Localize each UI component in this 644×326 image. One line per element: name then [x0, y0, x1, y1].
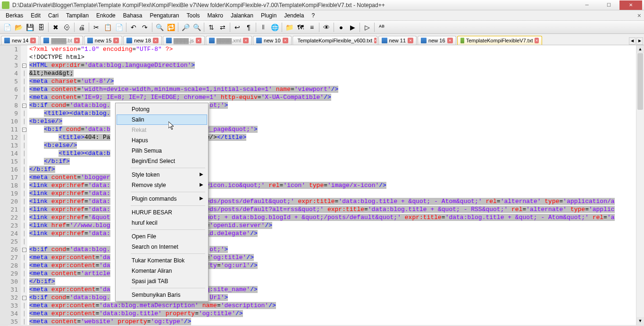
- close-button[interactable]: ✕: [619, 0, 642, 10]
- menu-berkas[interactable]: Berkas: [2, 11, 27, 20]
- tab-close-icon[interactable]: ×: [374, 38, 376, 43]
- tab[interactable]: new 11×: [378, 36, 417, 45]
- zoom-in-button[interactable]: 🔎: [180, 22, 191, 33]
- ctx-potong[interactable]: Potong: [117, 104, 207, 114]
- spell-check-button[interactable]: ᴬᴮ: [376, 22, 387, 33]
- redo-button[interactable]: ↷: [140, 22, 150, 33]
- code-line[interactable]: <!DOCTYPE html>: [27, 53, 636, 61]
- ctx-huruf-kecil[interactable]: huruf kecil: [117, 218, 207, 228]
- maximize-button[interactable]: ☐: [598, 0, 619, 10]
- code-line[interactable]: <?xml version="1.0" encoding="UTF-8" ?>: [27, 45, 636, 53]
- ctx-remove-style[interactable]: Remove style▶: [117, 180, 207, 190]
- menu-makro[interactable]: Makro: [204, 11, 227, 20]
- code-line[interactable]: &lt;head&gt;: [27, 69, 636, 77]
- save-all-button[interactable]: 🗄: [36, 22, 46, 33]
- sync-v-button[interactable]: ⇅: [206, 22, 217, 33]
- code-line[interactable]: <meta expr:content='data:blog.metaDescri…: [27, 302, 636, 310]
- menu-bahasa[interactable]: Bahasa: [119, 11, 146, 20]
- code-line[interactable]: <meta charset='utf-8'/>: [27, 77, 636, 85]
- play-button[interactable]: ▶: [347, 22, 358, 33]
- code-line[interactable]: <meta content='IE=9; IE=8; IE=7; IE=EDGE…: [27, 93, 636, 101]
- fold-marker[interactable]: −: [21, 245, 27, 253]
- save-button[interactable]: 💾: [25, 22, 35, 33]
- tab-close-icon[interactable]: ×: [113, 38, 119, 43]
- sync-h-button[interactable]: ⇄: [217, 22, 228, 33]
- menu-tools[interactable]: Tools: [183, 11, 204, 20]
- cut-button[interactable]: ✂: [91, 22, 101, 33]
- menu-?[interactable]: ?: [308, 11, 318, 20]
- ctx-pilih-semua[interactable]: Pilih Semua: [117, 146, 207, 156]
- code-line[interactable]: <HTML expr:dir='data:blog.languageDirect…: [27, 61, 636, 69]
- tab-close-icon[interactable]: ×: [243, 38, 249, 43]
- close-all-button[interactable]: ⮾: [62, 22, 72, 33]
- menu-edit[interactable]: Edit: [27, 11, 44, 20]
- tab[interactable]: TemplateKompiFlexible_v600.txt×: [293, 36, 377, 45]
- tab-close-icon[interactable]: ×: [283, 38, 288, 43]
- code-line[interactable]: <meta content='width=device-width,minimu…: [27, 85, 636, 93]
- tab[interactable]: new 10×: [253, 36, 291, 45]
- tab[interactable]: TemplateKompiFlexibleV7.txt×: [457, 36, 542, 45]
- fold-marker[interactable]: −: [21, 293, 27, 302]
- menubar-close-icon[interactable]: ×: [637, 12, 641, 19]
- replace-button[interactable]: 🔁: [166, 22, 176, 33]
- ctx-style-token[interactable]: Style token▶: [117, 170, 207, 180]
- menu-pengaturan[interactable]: Pengaturan: [146, 11, 183, 20]
- ctx-sembunyikan-baris[interactable]: Sembunyikan Baris: [117, 290, 207, 300]
- ctx-spasi-jadi-tab[interactable]: Spasi jadi TAB: [117, 276, 207, 286]
- lang-button[interactable]: 🌐: [269, 22, 280, 33]
- scroll-up-icon[interactable]: ▲: [636, 45, 644, 53]
- ctx-komentar-aliran[interactable]: Komentar Aliran: [117, 266, 207, 276]
- ctx-begin-end-select[interactable]: Begin/End Select: [117, 156, 207, 166]
- menu-tampilan[interactable]: Tampilan: [62, 11, 92, 20]
- tab[interactable]: ▓▓▓▓.js×: [163, 36, 205, 45]
- close-button[interactable]: ✖: [50, 22, 61, 33]
- tab-close-icon[interactable]: ×: [74, 38, 80, 43]
- tab-close-icon[interactable]: ×: [535, 38, 538, 43]
- doc-map-button[interactable]: 🗺: [295, 22, 306, 33]
- ctx-salin[interactable]: Salin: [117, 114, 207, 125]
- tab[interactable]: ▓▓▓▓.xml×: [206, 36, 252, 45]
- code-line[interactable]: <meta expr:content='data:blog.title' pro…: [27, 310, 636, 318]
- ctx-tukar-komentar-blok[interactable]: Tukar Komentar Blok: [117, 255, 207, 266]
- ctx-open-file[interactable]: Open File: [117, 231, 207, 242]
- word-wrap-button[interactable]: ↩: [232, 22, 243, 33]
- scroll-thumb-v[interactable]: [637, 53, 643, 110]
- show-chars-button[interactable]: ¶: [243, 22, 254, 33]
- undo-button[interactable]: ↶: [128, 22, 139, 33]
- tab[interactable]: ▓▓▓▓.bt×: [40, 36, 83, 45]
- fold-marker[interactable]: −: [21, 125, 27, 133]
- tab[interactable]: new 15×: [84, 36, 122, 45]
- ctx-huruf-besar[interactable]: HURUF BESAR: [117, 207, 207, 218]
- tab-close-icon[interactable]: ×: [408, 38, 413, 43]
- tab-close-icon[interactable]: ×: [153, 38, 159, 43]
- ctx-plugin-commands[interactable]: Plugin commands▶: [117, 194, 207, 204]
- find-button[interactable]: 🔍: [154, 22, 165, 33]
- ctx-hapus[interactable]: Hapus: [117, 135, 207, 146]
- record-button[interactable]: ●: [336, 22, 346, 33]
- func-list-button[interactable]: ≡: [307, 22, 317, 33]
- tab-close-icon[interactable]: ×: [196, 38, 201, 43]
- new-file-button[interactable]: 📄: [2, 22, 12, 33]
- menu-jalankan[interactable]: Jalankan: [227, 11, 257, 20]
- ctx-search-on-internet[interactable]: Search on Internet: [117, 242, 207, 252]
- run-button[interactable]: ▷: [362, 22, 372, 33]
- menu-cari[interactable]: Cari: [44, 11, 62, 20]
- folder-button[interactable]: 📁: [284, 22, 294, 33]
- tab-close-icon[interactable]: ×: [447, 38, 453, 43]
- zoom-out-button[interactable]: 🔍: [192, 22, 202, 33]
- code-line[interactable]: <meta content='website' property='og:typ…: [27, 318, 636, 325]
- fold-marker[interactable]: −: [21, 61, 27, 69]
- copy-button[interactable]: 📋: [102, 22, 113, 33]
- tab[interactable]: new 16×: [418, 36, 456, 45]
- menu-plugin[interactable]: Plugin: [257, 11, 280, 20]
- paste-button[interactable]: 📄: [114, 22, 124, 33]
- menu-enkode[interactable]: Enkode: [92, 11, 119, 20]
- print-button[interactable]: 🖨: [76, 22, 87, 33]
- tab-next-button[interactable]: ▶: [636, 37, 643, 45]
- minimize-button[interactable]: ─: [576, 0, 598, 10]
- menu-jendela[interactable]: Jendela: [280, 11, 308, 20]
- tab[interactable]: new 14×: [1, 36, 39, 45]
- tab[interactable]: new 18×: [123, 36, 161, 45]
- vertical-scrollbar[interactable]: ▲ ▼: [636, 45, 644, 325]
- monitor-button[interactable]: 👁: [321, 22, 332, 33]
